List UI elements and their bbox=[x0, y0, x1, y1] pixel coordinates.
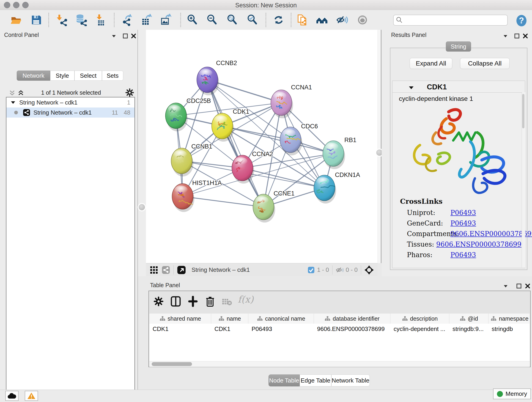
zoom-selected-icon[interactable] bbox=[246, 14, 259, 26]
edge-CCNB2-CCNE1[interactable] bbox=[207, 80, 264, 207]
network-row-selected[interactable]: String Network – cdk1 11 48 bbox=[6, 108, 134, 118]
close-panel-icon[interactable] bbox=[130, 32, 137, 39]
collapse-all-button[interactable]: Collapse All bbox=[460, 58, 510, 69]
help-icon[interactable]: ? bbox=[515, 14, 528, 27]
network-options-gear-icon[interactable] bbox=[125, 88, 134, 97]
import-network-from-database-icon[interactable] bbox=[75, 14, 87, 26]
function-builder-icon[interactable]: f(x) bbox=[238, 294, 254, 305]
create-column-icon[interactable] bbox=[188, 296, 198, 307]
refresh-layout-icon[interactable] bbox=[272, 14, 285, 26]
cell-namespace[interactable]: stringdb bbox=[488, 324, 530, 334]
collapse-all-chevron-icon[interactable] bbox=[8, 89, 16, 97]
close-panel-icon[interactable] bbox=[522, 32, 529, 39]
column-header-shared-name[interactable]: shared name bbox=[149, 313, 211, 324]
show-columns-icon[interactable] bbox=[171, 296, 181, 307]
tab-string[interactable]: String bbox=[446, 41, 471, 51]
node-CCNE1[interactable]: CCNE1 bbox=[253, 190, 295, 223]
cell-shared-name[interactable]: CDK1 bbox=[149, 324, 211, 334]
table-row[interactable]: CDK1CDK1P064939606.ENSP00000378699cyclin… bbox=[149, 324, 530, 334]
cell-at-id[interactable]: stringdb:9... bbox=[449, 324, 488, 334]
tab-select[interactable]: Select bbox=[75, 70, 102, 81]
show-graphics-details-icon[interactable] bbox=[356, 14, 369, 26]
divider bbox=[393, 92, 525, 93]
save-session-icon[interactable] bbox=[30, 14, 42, 26]
expand-all-chevron-icon[interactable] bbox=[17, 89, 25, 97]
search-input[interactable] bbox=[405, 17, 507, 24]
crosslink-link[interactable]: P06493 bbox=[450, 251, 476, 259]
network-view-icon[interactable] bbox=[162, 266, 170, 274]
import-network-from-file-icon[interactable] bbox=[55, 14, 68, 26]
panel-menu-icon[interactable] bbox=[110, 32, 117, 39]
export-network-icon[interactable] bbox=[121, 14, 133, 26]
panel-menu-icon[interactable] bbox=[502, 32, 509, 39]
import-table-from-file-icon[interactable] bbox=[95, 14, 107, 26]
duplicate-network-icon[interactable] bbox=[296, 14, 309, 26]
section-collapse-arrow-icon[interactable] bbox=[408, 85, 414, 91]
export-image-icon[interactable] bbox=[160, 14, 172, 26]
delete-table-icon[interactable] bbox=[222, 298, 232, 306]
tab-network[interactable]: Network bbox=[17, 70, 50, 81]
panel-menu-icon[interactable] bbox=[502, 283, 509, 289]
crosslink-link[interactable]: 9606.ENSP00000378699 bbox=[450, 230, 532, 238]
tab-node-table[interactable]: Node Table bbox=[268, 375, 300, 386]
table-scrollbar-thumb[interactable] bbox=[152, 362, 192, 366]
column-header-name[interactable]: name bbox=[211, 313, 248, 324]
zoom-in-icon[interactable] bbox=[186, 14, 199, 26]
cloud-button[interactable] bbox=[5, 391, 19, 401]
float-panel-icon[interactable] bbox=[513, 32, 520, 39]
node-CCNB1[interactable]: CCNB1 bbox=[171, 143, 212, 177]
edge-CDK1-RB1[interactable] bbox=[222, 126, 333, 153]
node-RB1[interactable]: RB1 bbox=[323, 137, 356, 169]
crosslink-link[interactable]: P06493 bbox=[450, 219, 476, 227]
crosslink-link[interactable]: P06493 bbox=[450, 209, 476, 217]
table-settings-gear-icon[interactable] bbox=[153, 296, 164, 306]
results-scrollbar-thumb[interactable] bbox=[522, 94, 525, 128]
selected-checkbox-icon[interactable] bbox=[307, 266, 315, 274]
node-CDC6[interactable]: CDC6 bbox=[280, 123, 318, 155]
column-header-canonical-name[interactable]: canonical name bbox=[248, 313, 314, 324]
tab-network-table[interactable]: Network Table bbox=[331, 375, 370, 386]
delete-column-trash-icon[interactable] bbox=[205, 296, 215, 307]
column-header-database-identifier[interactable]: database identifier bbox=[314, 313, 390, 324]
tab-style[interactable]: Style bbox=[50, 70, 75, 81]
network-canvas[interactable]: CCNB2CCNA1CDC25BCDK1CDC6RB1CCNB1CCNA2CDK… bbox=[146, 30, 378, 263]
tab-edge-table[interactable]: Edge Table bbox=[300, 375, 331, 386]
zoom-out-icon[interactable] bbox=[206, 14, 218, 26]
float-panel-icon[interactable] bbox=[515, 283, 522, 289]
edge-HIST1H1A-CCNE1[interactable] bbox=[183, 196, 264, 207]
selected-count: 1 - 0 bbox=[317, 266, 329, 274]
node-CDKN1A[interactable]: CDKN1A bbox=[314, 172, 360, 204]
table-horizontal-scrollbar[interactable] bbox=[149, 361, 530, 367]
cell-database-identifier[interactable]: 9606.ENSP00000378699 bbox=[314, 324, 390, 334]
grid-view-icon[interactable] bbox=[150, 266, 158, 274]
tab-sets[interactable]: Sets bbox=[102, 70, 123, 81]
hide-unhide-icon[interactable] bbox=[336, 14, 348, 26]
warnings-button[interactable] bbox=[25, 391, 38, 401]
node-CCNA2[interactable]: CCNA2 bbox=[232, 151, 273, 184]
expand-all-button[interactable]: Expand All bbox=[410, 58, 452, 69]
detach-view-icon[interactable] bbox=[177, 265, 186, 274]
zoom-fit-content-icon[interactable] bbox=[226, 14, 239, 26]
float-panel-icon[interactable] bbox=[122, 32, 129, 39]
birds-eye-navigator-icon[interactable] bbox=[364, 265, 374, 275]
show-all-networks-icon[interactable] bbox=[316, 14, 328, 26]
crosslink-row: Pharos:P06493 bbox=[407, 249, 521, 260]
export-table-icon[interactable] bbox=[140, 14, 153, 26]
open-session-icon[interactable] bbox=[10, 14, 22, 26]
column-header-namespace[interactable]: namespace bbox=[488, 313, 530, 324]
cell-canonical-name[interactable]: P06493 bbox=[248, 324, 314, 334]
node-HIST1H1A[interactable]: HIST1H1A bbox=[172, 179, 222, 212]
network-collection-row[interactable]: String Network – cdk1 1 bbox=[6, 97, 134, 108]
node-CCNB2[interactable]: CCNB2 bbox=[197, 60, 237, 95]
column-header-description[interactable]: description bbox=[390, 313, 449, 324]
cell-name[interactable]: CDK1 bbox=[211, 324, 248, 334]
close-panel-icon[interactable] bbox=[524, 283, 531, 289]
hidden-eye-icon[interactable] bbox=[336, 266, 344, 274]
crosslink-link[interactable]: 9606.ENSP00000378699 bbox=[436, 240, 521, 248]
cell-description[interactable]: cyclin-dependent ... bbox=[390, 324, 449, 334]
left-splitter-grip[interactable] bbox=[139, 204, 145, 211]
tree-expand-arrow-icon[interactable] bbox=[10, 99, 16, 105]
memory-button[interactable]: Memory bbox=[493, 389, 531, 399]
string-network-graph[interactable]: CCNB2CCNA1CDC25BCDK1CDC6RB1CCNB1CCNA2CDK… bbox=[146, 30, 378, 263]
column-header-at-id[interactable]: @id bbox=[449, 313, 488, 324]
